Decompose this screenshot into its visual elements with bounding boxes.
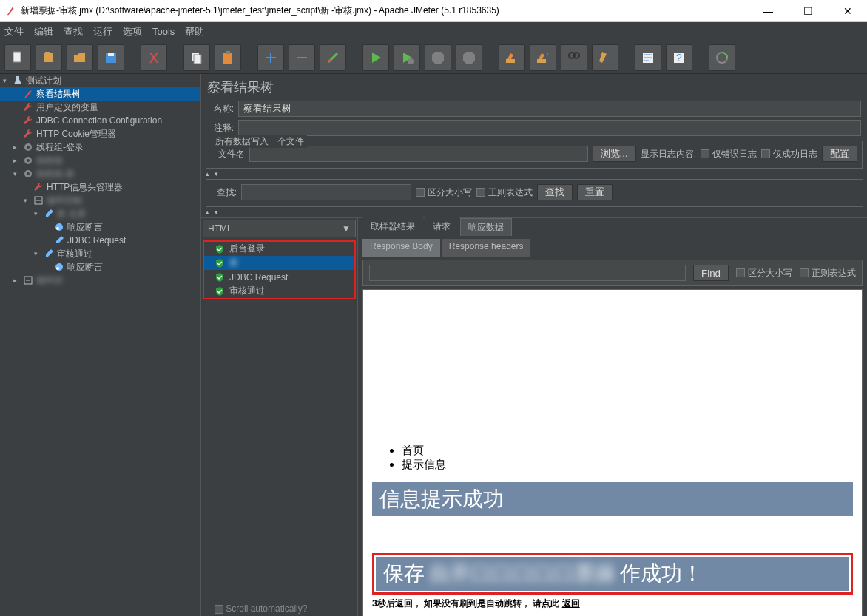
toolbar-search-button[interactable] xyxy=(561,44,587,71)
toolbar-clear-button[interactable] xyxy=(499,44,525,71)
toolbar-function-button[interactable] xyxy=(635,44,661,71)
comment-label: 注释: xyxy=(207,122,234,135)
svg-rect-0 xyxy=(13,52,21,62)
toolbar-save-button[interactable] xyxy=(98,44,124,71)
tree-node[interactable]: ▸循环控 xyxy=(0,274,200,287)
svg-marker-13 xyxy=(463,52,475,64)
reset-button[interactable]: 重置 xyxy=(577,184,613,200)
tree-node[interactable]: JDBC Connection Configuration xyxy=(0,114,200,127)
search-label: 查找: xyxy=(210,186,237,199)
result-row[interactable]: 新 xyxy=(204,256,354,270)
success-only-checkbox[interactable]: 仅成功日志 xyxy=(761,148,817,160)
tab-sampler-result[interactable]: 取样器结果 xyxy=(362,217,423,236)
menu-help[interactable]: 帮助 xyxy=(185,25,204,38)
result-row[interactable]: 审核通过 xyxy=(204,284,354,298)
collapse-up-icon[interactable]: ▴ xyxy=(206,170,213,177)
find-case-checkbox[interactable]: 区分大小写 xyxy=(736,267,792,280)
tree-node[interactable]: ▾测试计划 xyxy=(0,74,200,87)
svg-rect-3 xyxy=(45,52,50,54)
toolbar-new-button[interactable] xyxy=(4,44,31,71)
app-icon xyxy=(6,6,16,16)
window-close-button[interactable]: ✕ xyxy=(834,5,861,17)
toolbar-copy-button[interactable] xyxy=(183,44,210,71)
result-row[interactable]: JDBC Request xyxy=(204,270,354,284)
regex-checkbox[interactable]: 正则表达式 xyxy=(476,186,533,199)
menu-edit[interactable]: 编辑 xyxy=(34,25,53,38)
toolbar-shutdown-button[interactable] xyxy=(456,44,482,71)
collapse-down2-icon[interactable]: ▾ xyxy=(215,209,222,216)
toolbar-cut-button[interactable] xyxy=(141,44,167,71)
tree-node[interactable]: ▾循环控制 xyxy=(0,194,200,207)
search-input[interactable] xyxy=(241,184,411,200)
svg-marker-12 xyxy=(432,52,444,64)
menu-search[interactable]: 查找 xyxy=(64,25,83,38)
svg-rect-15 xyxy=(537,59,546,63)
toolbar-start-notimer-button[interactable] xyxy=(394,44,420,71)
toolbar-collapse-button[interactable] xyxy=(289,44,315,71)
test-plan-tree[interactable]: ▾测试计划察看结果树用户定义的变量JDBC Connection Configu… xyxy=(0,74,201,616)
collapse-up2-icon[interactable]: ▴ xyxy=(206,209,213,216)
browse-button[interactable]: 浏览... xyxy=(593,146,636,162)
tree-node[interactable]: ▾审核通过 xyxy=(0,247,200,260)
comment-input[interactable] xyxy=(238,120,861,136)
toolbar-last-button[interactable] xyxy=(709,44,735,71)
configure-button[interactable]: 配置 xyxy=(822,146,857,162)
svg-point-27 xyxy=(27,172,30,175)
results-list[interactable]: 后台登录新JDBC Request审核通过 xyxy=(203,240,356,299)
collapse-down-icon[interactable]: ▾ xyxy=(215,170,222,177)
toolbar-help-button[interactable]: ? xyxy=(666,44,692,71)
response-list-item: 首页 xyxy=(402,444,853,458)
find-row: Find 区分大小写 正则表达式 xyxy=(362,260,863,286)
search-button[interactable]: 查找 xyxy=(537,184,573,200)
toolbar-clearall-button[interactable] xyxy=(530,44,556,71)
find-input[interactable] xyxy=(369,265,686,281)
scroll-auto-checkbox[interactable]: Scroll automatically? xyxy=(201,600,357,616)
toolbar-reset-search-button[interactable] xyxy=(592,44,618,71)
filename-input[interactable] xyxy=(249,146,588,162)
response-banner-success: 保存 自开口口口口口票操 作成功！ xyxy=(376,557,849,591)
response-return-link[interactable]: 返回 xyxy=(562,598,580,609)
tree-node[interactable]: HTTP信息头管理器 xyxy=(0,180,200,194)
toolbar-expand-button[interactable] xyxy=(257,44,284,71)
response-body-view[interactable]: 首页 提示信息 信息提示成功 保存 自开口口口口口票操 作成功！ xyxy=(362,289,863,616)
chevron-down-icon: ▼ xyxy=(342,223,351,234)
search-panel: 查找: 区分大小写 正则表达式 查找 重置 xyxy=(206,179,863,207)
tab-response-data[interactable]: 响应数据 xyxy=(460,218,512,236)
case-sensitive-checkbox[interactable]: 区分大小写 xyxy=(416,186,472,199)
tree-node[interactable]: JDBC Request xyxy=(0,234,200,247)
renderer-combo[interactable]: HTML ▼ xyxy=(203,220,356,237)
errors-only-checkbox[interactable]: 仅错误日志 xyxy=(701,148,757,160)
menu-tools[interactable]: Tools xyxy=(152,26,175,37)
find-regex-checkbox[interactable]: 正则表达式 xyxy=(800,267,856,280)
tab-request[interactable]: 请求 xyxy=(425,217,459,236)
toolbar-toggle-button[interactable] xyxy=(320,44,346,71)
tree-node[interactable]: ▸线程组 xyxy=(0,154,200,167)
name-input[interactable] xyxy=(238,101,861,117)
toolbar-stop-button[interactable] xyxy=(425,44,451,71)
toolbar-start-button[interactable] xyxy=(362,44,389,71)
detail-column: 取样器结果 请求 响应数据 Response Body Response hea… xyxy=(358,218,867,616)
tree-node[interactable]: ▸线程组-登录 xyxy=(0,141,200,154)
menu-run[interactable]: 运行 xyxy=(93,25,112,38)
window-maximize-button[interactable]: ☐ xyxy=(795,5,821,17)
tree-node[interactable]: 察看结果树 xyxy=(0,87,200,101)
subtab-response-headers[interactable]: Response headers xyxy=(442,239,531,257)
tree-node[interactable]: 用户定义的变量 xyxy=(0,101,200,114)
toolbar-open-button[interactable] xyxy=(67,44,93,71)
svg-point-11 xyxy=(408,58,414,64)
tree-node[interactable]: ▾线程组-新 xyxy=(0,167,200,180)
menu-file[interactable]: 文件 xyxy=(4,25,24,38)
subtab-response-body[interactable]: Response Body xyxy=(362,239,440,257)
tree-node[interactable]: 响应断言 xyxy=(0,260,200,274)
find-button[interactable]: Find xyxy=(693,265,729,281)
result-row[interactable]: 后台登录 xyxy=(204,242,354,256)
toolbar-templates-button[interactable] xyxy=(36,44,62,71)
tree-node[interactable]: ▾新 兑票 xyxy=(0,207,200,220)
svg-point-10 xyxy=(328,59,331,62)
tree-node[interactable]: 响应断言 xyxy=(0,220,200,234)
window-minimize-button[interactable]: — xyxy=(755,5,781,17)
tree-node[interactable]: HTTP Cookie管理器 xyxy=(0,127,200,141)
svg-point-23 xyxy=(27,146,30,149)
menu-options[interactable]: 选项 xyxy=(123,25,142,38)
toolbar-paste-button[interactable] xyxy=(215,44,241,71)
